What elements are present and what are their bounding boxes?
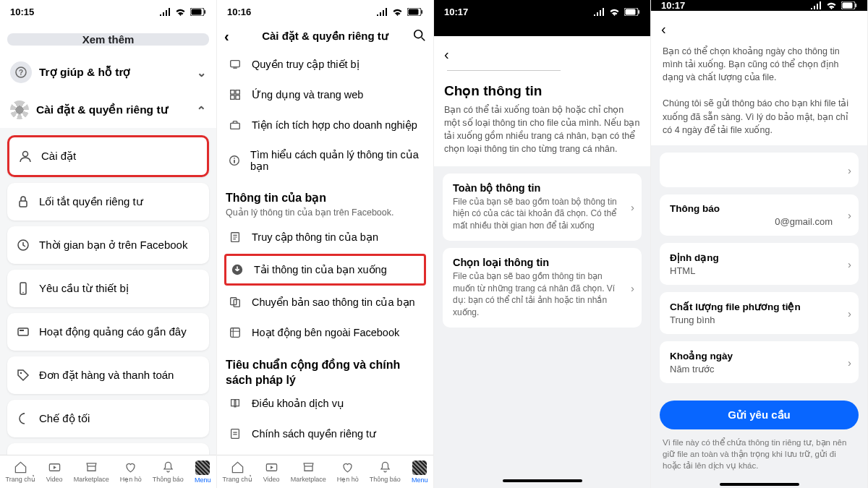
row-device-access[interactable]: Quyền truy cập thiết bị xyxy=(226,49,425,80)
option-choose-types[interactable]: Chọn loại thông tin File của bạn sẽ bao … xyxy=(443,248,642,328)
row-terms[interactable]: Điều khoản dịch vụ xyxy=(226,388,425,419)
menu-item-settings[interactable]: Cài đặt xyxy=(7,135,209,177)
option-desc: File của bạn sẽ bao gồm thông tin bạn mu… xyxy=(453,270,631,319)
svg-point-18 xyxy=(414,30,422,38)
nav-marketplace[interactable]: Marketplace xyxy=(74,461,109,483)
row-transfer-copy[interactable]: Chuyển bản sao thông tin của bạn xyxy=(226,287,425,317)
row-privacy-policy[interactable]: Chính sách quyền riêng tư xyxy=(226,419,425,449)
row-business-integrations[interactable]: Tiện ích tích hợp cho doanh nghiệp xyxy=(226,110,425,140)
menu-label: Đơn đặt hàng và thanh toán xyxy=(39,369,174,382)
doc-icon xyxy=(227,231,243,244)
battery-icon xyxy=(407,8,423,16)
battery-icon xyxy=(624,8,640,16)
row-download-info[interactable]: Tải thông tin của bạn xuống xyxy=(224,254,426,286)
signal-icon xyxy=(593,8,605,16)
nav-home[interactable]: Trang chủ xyxy=(223,461,252,483)
status-time: 10:16 xyxy=(227,7,251,17)
menu-item-recent-ad-activity[interactable]: Hoạt động quảng cáo gần đây xyxy=(7,313,209,351)
nav-dating[interactable]: Hẹn hò xyxy=(120,461,142,483)
setting-media-quality[interactable]: Chất lượng file phương tiện Trung bình › xyxy=(660,292,859,334)
back-button[interactable]: ‹ xyxy=(224,28,229,45)
book-icon xyxy=(227,397,243,410)
download-icon xyxy=(229,263,245,276)
nav-notifications[interactable]: Thông báo xyxy=(153,461,184,483)
chevron-right-icon: › xyxy=(848,209,851,221)
nav-video[interactable]: Video xyxy=(46,461,63,483)
nav-menu[interactable]: Menu xyxy=(195,461,211,484)
svg-rect-27 xyxy=(234,160,235,163)
menu-item-dark-mode[interactable]: Chế độ tối xyxy=(7,400,209,437)
nav-video[interactable]: Video xyxy=(263,461,280,483)
status-bar: 10:17 xyxy=(651,0,867,11)
menu-item-privacy-shortcut[interactable]: Lối tắt quyền riêng tư xyxy=(7,183,209,221)
setting-notify[interactable]: Thông báo 0@gmail.com › xyxy=(660,194,859,236)
wifi-icon xyxy=(826,1,837,9)
row-access-info[interactable]: Truy cập thông tin của bạn xyxy=(226,222,425,252)
option-all-info[interactable]: Toàn bộ thông tin File của bạn sẽ bao gồ… xyxy=(443,174,642,241)
setting-date-range[interactable]: Khoảng ngày Năm trước › xyxy=(660,341,859,383)
question-icon: ? xyxy=(10,61,32,83)
status-icons xyxy=(809,1,857,9)
page-header: ‹ xyxy=(434,36,650,82)
row-learn-manage-info[interactable]: Tìm hiểu cách quản lý thông tin của bạn xyxy=(226,140,425,181)
page-body: ‹ Chọn thông tin Bạn có thể tải xuống to… xyxy=(434,36,650,488)
signal-icon xyxy=(376,8,388,16)
row-apps-websites[interactable]: Ứng dụng và trang web xyxy=(226,80,425,110)
page-description: Bạn có thể tải xuống toàn bộ hoặc chỉ ch… xyxy=(434,99,650,166)
svg-rect-6 xyxy=(20,201,27,207)
submit-request-button[interactable]: Gửi yêu cầu xyxy=(660,401,859,429)
tag-icon xyxy=(16,368,30,382)
setting-profile[interactable]: › xyxy=(660,153,859,187)
settings-privacy-row[interactable]: Cài đặt & quyền riêng tư ⌄ xyxy=(7,92,209,128)
setting-format[interactable]: Định dạng HTML › xyxy=(660,243,859,285)
svg-rect-45 xyxy=(856,4,857,7)
row-cookie-policy[interactable]: Chính sách cookie xyxy=(226,449,425,455)
settings-submenu: Cài đặt Lối tắt quyền riêng tư Thời gian… xyxy=(0,128,216,455)
device-icon xyxy=(227,58,243,71)
transfer-icon xyxy=(227,296,243,309)
see-more-button[interactable]: Xem thêm xyxy=(7,33,209,46)
back-button[interactable]: ‹ xyxy=(444,43,449,70)
svg-rect-33 xyxy=(231,328,240,338)
gear-icon xyxy=(10,100,29,119)
status-time: 10:17 xyxy=(661,0,685,11)
panel-settings-privacy: 10:16 ‹ Cài đặt & quyền riêng tư Quyền t… xyxy=(217,0,434,488)
panel2-body: Quyền truy cập thiết bị Ứng dụng và tran… xyxy=(217,49,433,455)
nav-marketplace[interactable]: Marketplace xyxy=(291,461,326,483)
menu-label: Lối tắt quyền riêng tư xyxy=(39,195,143,208)
option-title: Toàn bộ thông tin xyxy=(453,182,631,194)
svg-rect-20 xyxy=(233,68,237,69)
svg-text:?: ? xyxy=(19,69,23,77)
wifi-icon xyxy=(609,8,620,16)
menu-label: Cài đặt xyxy=(41,150,76,163)
footer-note: Vì file này có thể chứa thông tin riêng … xyxy=(651,429,867,479)
panel2-header: ‹ Cài đặt & quyền riêng tư xyxy=(217,23,433,49)
ad-icon xyxy=(16,325,30,339)
menu-item-time-on-facebook[interactable]: Thời gian bạn ở trên Facebook xyxy=(7,226,209,264)
nav-notifications[interactable]: Thông báo xyxy=(370,461,401,483)
menu-item-device-requests[interactable]: Yêu cầu từ thiết bị xyxy=(7,270,209,307)
menu-item-orders-payments[interactable]: Đơn đặt hàng và thanh toán xyxy=(7,356,209,394)
nav-home[interactable]: Trang chủ xyxy=(6,461,35,483)
info-icon xyxy=(227,154,242,167)
grid-icon xyxy=(227,88,243,101)
search-icon[interactable] xyxy=(413,29,426,44)
nav-dating[interactable]: Hẹn hò xyxy=(337,461,359,483)
help-support-row[interactable]: ? Trợ giúp & hỗ trợ ⌄ xyxy=(7,53,209,92)
svg-rect-11 xyxy=(20,330,24,331)
user-icon xyxy=(18,149,33,163)
back-button[interactable]: ‹ xyxy=(661,18,666,45)
svg-point-12 xyxy=(20,372,22,374)
nav-menu[interactable]: Menu xyxy=(412,461,428,484)
row-off-facebook-activity[interactable]: Hoạt động bên ngoài Facebook xyxy=(226,317,425,348)
status-icons xyxy=(592,8,640,16)
settings-label: Cài đặt & quyền riêng tư xyxy=(36,103,168,116)
clock-icon xyxy=(16,238,30,252)
chevron-right-icon: › xyxy=(848,307,851,319)
status-time: 10:15 xyxy=(10,7,34,17)
menu-item-app-language[interactable]: Ngôn ngữ ứng dụng xyxy=(7,443,209,455)
svg-rect-16 xyxy=(409,9,419,14)
lock-icon xyxy=(16,194,30,209)
activity-icon xyxy=(227,326,243,339)
panel-menu-settings: 10:15 Xem thêm ? Trợ giúp & hỗ trợ ⌄ Cài… xyxy=(0,0,217,488)
